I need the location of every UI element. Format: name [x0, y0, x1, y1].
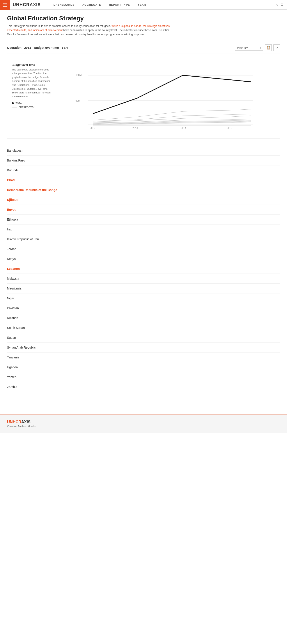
- filter-select[interactable]: Filter By: [235, 45, 263, 50]
- svg-text:2012: 2012: [90, 127, 95, 129]
- nav-dashboards[interactable]: DASHBOARDS: [50, 0, 78, 10]
- country-item[interactable]: Niger: [7, 294, 280, 303]
- chart-title: Budget over time: [12, 63, 53, 66]
- chart-legend: TOTAL BREAKDOWN: [12, 102, 53, 108]
- subtitle-text: Operation - 2013 - Budget over time - YE…: [7, 46, 68, 50]
- country-item[interactable]: Burundi: [7, 166, 280, 175]
- country-item[interactable]: Uganda: [7, 362, 280, 372]
- filter-area: Filter By 📋 ↗: [235, 44, 280, 51]
- gear-icon[interactable]: ⚙: [280, 3, 283, 7]
- svg-text:2014: 2014: [181, 127, 186, 129]
- footer-logo: UNHCRAXIS: [7, 420, 280, 424]
- subtitle-bar: Operation - 2013 - Budget over time - YE…: [7, 42, 280, 54]
- chart-description: This dashboard displays the trends in bu…: [12, 68, 51, 99]
- page-description: This Strategy is ambitious in its aim to…: [7, 24, 178, 37]
- country-item[interactable]: Malaysia: [7, 274, 280, 284]
- nav-icons: ⌂ ⚙: [275, 3, 287, 7]
- country-item[interactable]: Djibouti: [7, 195, 280, 205]
- budget-chart-svg: 100M 50M 2012 2013 2014 2015: [56, 63, 275, 133]
- country-item[interactable]: Sudan: [7, 333, 280, 343]
- country-item[interactable]: Mauritania: [7, 284, 280, 294]
- chart-right: 100M 50M 2012 2013 2014 2015: [56, 63, 275, 134]
- country-item[interactable]: Iraq: [7, 224, 280, 234]
- home-icon[interactable]: ⌂: [275, 3, 278, 7]
- svg-text:2015: 2015: [227, 127, 232, 129]
- logo-unhcr: UNHCR: [13, 2, 30, 7]
- desc-intro: This Strategy is ambitious in its aim to…: [7, 24, 112, 28]
- filter-wrapper: Filter By: [235, 45, 263, 50]
- chart-section: Budget over time This dashboard displays…: [7, 59, 280, 139]
- copy-button[interactable]: 📋: [265, 44, 272, 51]
- country-item[interactable]: Burkina Faso: [7, 156, 280, 166]
- country-item[interactable]: Islamic Republic of Iran: [7, 234, 280, 244]
- logo-axis: AXIS: [30, 2, 41, 7]
- country-item[interactable]: Yemen: [7, 372, 280, 382]
- legend-breakdown-label: BREAKDOWN: [19, 106, 34, 108]
- page-content: Global Education Strategy This Strategy …: [0, 10, 287, 405]
- country-item[interactable]: Democratic Republic of the Congo: [7, 185, 280, 195]
- nav-year[interactable]: YEAR: [134, 0, 150, 10]
- nav-links: DASHBOARDS AGGREGATE REPORT TYPE YEAR: [50, 0, 275, 10]
- country-item[interactable]: Syrian Arab Republic: [7, 343, 280, 352]
- country-item[interactable]: Lebanon: [7, 264, 280, 274]
- country-item[interactable]: Kenya: [7, 254, 280, 264]
- page-title: Global Education Strategy: [7, 15, 280, 22]
- nav-report-type[interactable]: REPORT TYPE: [105, 0, 134, 10]
- legend-total-dot: [12, 102, 14, 104]
- country-item[interactable]: Egypt: [7, 205, 280, 215]
- chart-left: Budget over time This dashboard displays…: [12, 63, 56, 134]
- country-item[interactable]: Zambia: [7, 382, 280, 392]
- nav-aggregate[interactable]: AGGREGATE: [78, 0, 105, 10]
- chart-container: Budget over time This dashboard displays…: [12, 63, 275, 134]
- country-item[interactable]: Chad: [7, 175, 280, 185]
- country-item[interactable]: Tanzania: [7, 352, 280, 362]
- legend-total-label: TOTAL: [16, 102, 23, 104]
- svg-text:2013: 2013: [133, 127, 138, 129]
- share-button[interactable]: ↗: [273, 44, 280, 51]
- footer-logo-axis: AXIS: [21, 420, 31, 424]
- legend-total: TOTAL: [12, 102, 53, 104]
- country-item[interactable]: Pakistan: [7, 303, 280, 313]
- site-logo[interactable]: UNHCRAXIS: [13, 2, 41, 7]
- footer: UNHCRAXIS Visualize. Analyze. Monitor.: [0, 414, 287, 432]
- svg-text:50M: 50M: [76, 99, 80, 102]
- country-list: BangladeshBurkina FasoBurundiChadDemocra…: [7, 146, 280, 392]
- country-item[interactable]: Jordan: [7, 244, 280, 254]
- footer-tagline: Visualize. Analyze. Monitor.: [7, 425, 280, 427]
- country-item[interactable]: South Sudan: [7, 323, 280, 333]
- navigation: UNHCRAXIS DASHBOARDS AGGREGATE REPORT TY…: [0, 0, 287, 10]
- svg-text:100M: 100M: [76, 74, 82, 76]
- hamburger-menu[interactable]: [0, 0, 10, 10]
- legend-breakdown-line: [12, 107, 17, 108]
- footer-logo-unhcr: UNHCR: [7, 420, 21, 424]
- country-item[interactable]: Ethiopia: [7, 215, 280, 224]
- country-item[interactable]: Bangladesh: [7, 146, 280, 156]
- country-item[interactable]: Rwanda: [7, 313, 280, 323]
- legend-breakdown: BREAKDOWN: [12, 106, 53, 108]
